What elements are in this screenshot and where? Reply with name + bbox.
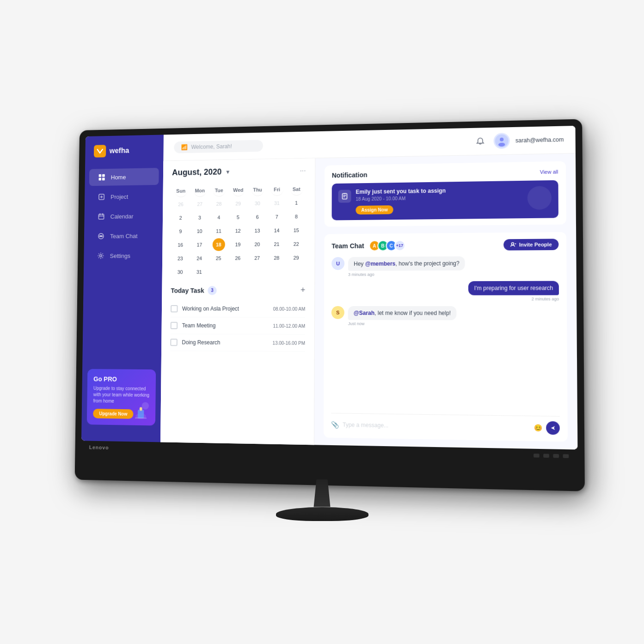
cal-day[interactable]: 14 — [270, 224, 283, 237]
cal-day[interactable]: 7 — [270, 210, 283, 223]
cal-day[interactable]: 13 — [251, 224, 263, 237]
cal-day[interactable]: 27 — [193, 197, 206, 210]
invite-people-button[interactable]: Invite People — [503, 239, 558, 250]
chat-message-input[interactable] — [343, 421, 530, 431]
cal-day[interactable]: 22 — [289, 237, 302, 250]
monitor-control-3[interactable] — [553, 454, 559, 458]
cal-day[interactable]: 15 — [289, 224, 302, 237]
cal-day[interactable]: 30 — [173, 265, 186, 278]
cal-day[interactable]: 2 — [174, 211, 187, 224]
cal-day[interactable]: 25 — [212, 251, 224, 264]
project-icon — [98, 193, 105, 201]
task-checkbox-2[interactable] — [170, 322, 177, 329]
calendar-month: August, 2020 — [172, 167, 221, 177]
cal-week-5: 23 24 25 26 27 28 29 — [171, 251, 306, 264]
cal-day[interactable]: 31 — [270, 196, 283, 209]
cal-day[interactable]: 17 — [193, 238, 205, 251]
add-task-button[interactable]: + — [300, 285, 305, 295]
cal-day[interactable]: 3 — [193, 211, 206, 224]
svg-point-8 — [100, 235, 101, 236]
pro-card-figure — [129, 399, 152, 422]
calendar-more-icon[interactable]: ··· — [300, 166, 306, 175]
cal-day[interactable]: 19 — [231, 238, 244, 251]
task-item-2: Team Meeting 11.00-12.00 AM — [170, 317, 305, 334]
calendar-grid: Sun Mon Tue Wed Thu Fri Sat — [171, 183, 306, 278]
cal-day[interactable]: 12 — [231, 224, 244, 237]
search-bar[interactable]: 📶 Welcome, Sarah! — [174, 140, 263, 153]
cal-day[interactable]: 29 — [232, 197, 244, 210]
svg-rect-13 — [137, 410, 144, 418]
cal-day[interactable]: 20 — [251, 238, 263, 251]
cal-day[interactable]: 26 — [174, 198, 187, 211]
today-task-section: Today Task 3 + Working on Asla Project — [170, 285, 305, 352]
cal-header-sat: Sat — [290, 183, 303, 196]
cal-day[interactable]: 16 — [174, 238, 186, 251]
task-title-row: Today Task 3 — [171, 286, 216, 295]
svg-point-11 — [141, 402, 148, 409]
cal-header-mon: Mon — [193, 184, 206, 197]
user-avatar[interactable] — [493, 133, 509, 149]
monitor-control-2[interactable] — [543, 454, 549, 458]
task-time-2: 11.00-12.00 AM — [273, 323, 305, 328]
cal-day[interactable]: 11 — [212, 224, 225, 237]
cal-day[interactable]: 30 — [251, 196, 264, 209]
sidebar-item-settings[interactable]: Settings — [88, 246, 158, 264]
sidebar-item-home[interactable]: Home — [89, 168, 159, 186]
cal-day[interactable]: 6 — [251, 210, 263, 223]
cal-day[interactable]: 5 — [232, 210, 244, 223]
cal-day[interactable]: 29 — [289, 251, 302, 264]
task-checkbox-3[interactable] — [170, 338, 178, 346]
chat-member-avatars: A B C +17 — [368, 240, 405, 251]
task-name-2: Team Meeting — [182, 322, 268, 329]
notification-bell-icon[interactable] — [472, 134, 488, 149]
assign-now-button[interactable]: Assign Now — [356, 205, 393, 215]
cal-day-today[interactable]: 18 — [212, 238, 225, 251]
task-checkbox-1[interactable] — [171, 305, 178, 312]
svg-rect-1 — [102, 174, 105, 177]
send-message-button[interactable] — [546, 421, 560, 435]
cal-week-6: 30 31 — [171, 265, 305, 278]
cal-day[interactable]: 26 — [231, 251, 244, 264]
cal-day[interactable]: 1 — [290, 196, 303, 209]
notification-card: Emily just sent you task to assign 18 Au… — [331, 180, 558, 220]
mention-members: @members — [365, 260, 395, 267]
cal-day[interactable]: 31 — [193, 265, 205, 278]
task-header: Today Task 3 + — [171, 285, 305, 295]
cal-day[interactable]: 28 — [212, 197, 225, 210]
task-item-1: Working on Asla Project 08.00-10.00 AM — [170, 301, 305, 318]
cal-day[interactable]: 9 — [174, 225, 186, 238]
sidebar-project-label: Project — [110, 193, 128, 200]
sidebar-item-project[interactable]: Project — [89, 187, 159, 205]
cal-day[interactable]: 23 — [174, 252, 186, 265]
attach-icon[interactable]: 📎 — [331, 421, 339, 428]
monitor-control-4[interactable] — [563, 454, 569, 458]
notif-card-content: Emily just sent you task to assign 18 Au… — [356, 186, 522, 215]
task-time-3: 13.00-16.00 PM — [272, 340, 305, 345]
main-content: 📶 Welcome, Sarah! — [160, 126, 577, 449]
emoji-icon[interactable]: 😊 — [534, 423, 542, 431]
header-actions: sarah@wefha.com — [472, 131, 564, 149]
sidebar-item-team-chat[interactable]: Team Chat — [88, 227, 158, 245]
notif-date: 18 Aug 2020 - 10.00 AM — [356, 194, 522, 202]
sidebar-item-calendar[interactable]: Calendar — [88, 207, 158, 225]
cal-header-tue: Tue — [213, 184, 225, 196]
cal-day[interactable]: 8 — [290, 210, 303, 223]
msg-content-3: @Sarah, let me know if you need help! Ju… — [348, 306, 456, 326]
calendar-dropdown-icon[interactable]: ▼ — [225, 168, 231, 175]
cal-day[interactable]: 28 — [270, 251, 283, 264]
upgrade-now-button[interactable]: Upgrade Now — [93, 409, 134, 419]
view-all-link[interactable]: View all — [540, 169, 558, 175]
msg-bubble-1: Hey @members, how's the project going? — [348, 256, 465, 270]
msg-avatar-3: S — [331, 306, 344, 319]
monitor-control-1[interactable] — [534, 454, 540, 458]
chat-message-1: U Hey @members, how's the project going?… — [331, 256, 559, 277]
cal-day[interactable]: 21 — [270, 238, 283, 251]
task-time-1: 08.00-10.00 AM — [273, 306, 305, 311]
cal-day[interactable]: 10 — [193, 225, 206, 238]
msg-avatar-1: U — [331, 257, 344, 270]
cal-day[interactable]: 24 — [193, 251, 205, 264]
cal-day[interactable]: 27 — [251, 251, 264, 264]
cal-day[interactable]: 4 — [212, 211, 225, 224]
lenovo-brand-label: Lenovo — [89, 444, 109, 450]
msg-time-2: 2 minutes ago — [468, 296, 559, 301]
